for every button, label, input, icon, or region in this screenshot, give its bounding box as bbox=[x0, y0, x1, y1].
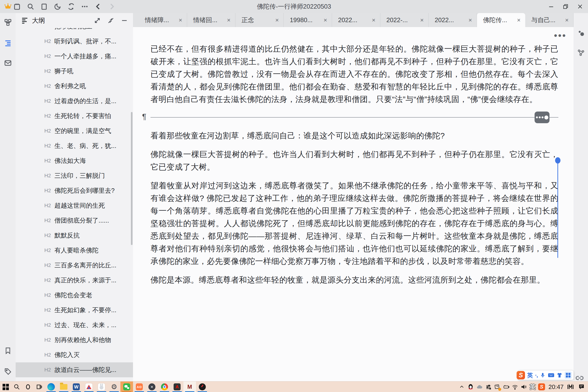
collapse-icon[interactable] bbox=[107, 17, 114, 24]
tab-close-icon[interactable]: × bbox=[226, 16, 232, 24]
taskbar-clock[interactable]: 20:47 bbox=[546, 382, 566, 392]
document-tab[interactable]: 情绪障... × bbox=[139, 13, 187, 27]
taskbar-app-settings[interactable]: ⚙ bbox=[108, 382, 120, 392]
action-center-icon[interactable] bbox=[575, 382, 588, 392]
document-tab[interactable]: 正念 × bbox=[236, 13, 284, 27]
outline-item[interactable]: H2 空的碗里，满是空气 bbox=[16, 124, 133, 138]
ime-mode-icon[interactable] bbox=[566, 382, 575, 392]
outline-item[interactable]: H2 别再依赖他人和他物 bbox=[16, 332, 133, 348]
close-button[interactable] bbox=[576, 2, 585, 11]
outline-item[interactable]: H2 狮子吼 bbox=[16, 64, 133, 79]
tray-expand-icon[interactable] bbox=[457, 382, 466, 392]
taskbar-app-wechat[interactable] bbox=[120, 382, 133, 392]
taskbar-app-gauge[interactable] bbox=[196, 382, 208, 392]
taskbar-app-m[interactable]: M bbox=[184, 382, 196, 392]
taskbar-search-icon[interactable] bbox=[11, 382, 22, 392]
outline-item[interactable]: H2 佛陀入灭 bbox=[16, 348, 133, 362]
paragraph[interactable]: 佛陀就像一棵巨大菩提树的种子。也许当人们看到大树时，他们都再见不到种子，但种子仍… bbox=[150, 148, 558, 173]
paragraph[interactable]: 看着那些牧童在河边割草，缚悉底问自己：谁是这个可以造成如此深远影响的佛陀? bbox=[150, 129, 558, 142]
tray-ime-en[interactable]: 英 bbox=[528, 382, 537, 392]
taskbar-app-acrobat[interactable]: A bbox=[171, 382, 184, 392]
outline-item[interactable]: H2 生、老、病、死，犹... bbox=[16, 138, 133, 153]
outline-item[interactable]: H2 僧团彻底分裂了...... bbox=[16, 213, 133, 228]
dots-cluster-icon[interactable] bbox=[576, 28, 586, 38]
taskbar-app-rabbit[interactable] bbox=[95, 382, 108, 392]
document-tab[interactable]: 19980... × bbox=[284, 13, 332, 27]
taskbar-app-word[interactable]: W bbox=[70, 382, 82, 392]
mic-icon[interactable] bbox=[540, 372, 546, 378]
sidebar-scrollbar[interactable] bbox=[131, 112, 132, 245]
document-tab[interactable]: 情绪回... × bbox=[187, 13, 236, 27]
outline-panel-icon[interactable] bbox=[3, 38, 12, 48]
outline-item[interactable]: H2 三百多名离开的比丘... bbox=[16, 258, 133, 273]
outline-item[interactable]: H2 一个人牵挂越多，痛... bbox=[16, 49, 133, 64]
bookmark-icon[interactable] bbox=[3, 346, 12, 355]
outline-item[interactable]: H2 听到讥讽、批评，不... bbox=[16, 34, 133, 49]
paragraph-gutter-icon[interactable]: ¶ bbox=[142, 112, 146, 121]
outline-item[interactable]: H2 佛陀死后会到哪里去? bbox=[16, 183, 133, 198]
minimize-button[interactable] bbox=[546, 2, 556, 11]
taskbar-app-chrome[interactable] bbox=[158, 382, 171, 392]
outline-item[interactable]: H2 三法印，三解脱门 bbox=[16, 168, 133, 183]
expand-icon[interactable] bbox=[94, 17, 101, 24]
outline-item[interactable]: H2 超越这世间的生死 bbox=[16, 198, 133, 213]
outline-item[interactable]: H2 舍利弗之吼 bbox=[16, 79, 133, 94]
keyboard-icon[interactable] bbox=[548, 372, 554, 378]
document-tab[interactable]: 2022... × bbox=[429, 13, 477, 27]
outline-item[interactable]: H2 佛陀也会变老 bbox=[16, 288, 133, 303]
paragraph[interactable]: 佛陀是本源。缚悉底尊者和这些年轻的牧童，就是源头分支出来的河流。这些河流所到之处… bbox=[150, 274, 558, 286]
tab-close-icon[interactable]: × bbox=[564, 16, 570, 24]
tab-close-icon[interactable]: × bbox=[371, 16, 376, 24]
taskbar-app-dark-circle[interactable]: ✕ bbox=[146, 382, 158, 392]
cortana-icon[interactable] bbox=[22, 382, 34, 392]
restore-button[interactable] bbox=[561, 2, 570, 11]
taskbar-app-triangle[interactable] bbox=[82, 382, 95, 392]
outline-item[interactable]: H2 把珍爱的泥土 bbox=[16, 28, 133, 34]
outline-item[interactable]: H2 真正的快乐，来源于... bbox=[16, 273, 133, 288]
taskbar-app-edge[interactable] bbox=[45, 382, 58, 392]
ime-mode-label[interactable]: 英 bbox=[527, 372, 533, 379]
mail-icon[interactable] bbox=[3, 58, 12, 68]
outline-item[interactable]: H2 过去、现在、未来，... bbox=[16, 318, 133, 332]
task-view-icon[interactable] bbox=[34, 382, 45, 392]
rotation-lock-icon[interactable] bbox=[493, 382, 502, 392]
tab-close-icon[interactable]: × bbox=[323, 16, 328, 24]
tab-close-icon[interactable]: × bbox=[419, 16, 425, 24]
punctuation-toggle-icon[interactable]: ·, bbox=[535, 372, 538, 378]
block-menu-pill[interactable] bbox=[534, 112, 550, 123]
doc-more-icon[interactable]: ••• bbox=[554, 30, 566, 41]
paragraph[interactable]: 已经不在，但有很多精进得道的比丘仍然健在，其中大部分还是年轻的。佛陀就像一棵巨大… bbox=[150, 42, 558, 106]
cloud-icon[interactable] bbox=[475, 382, 484, 392]
start-button[interactable] bbox=[0, 382, 11, 392]
tab-close-icon[interactable]: × bbox=[516, 16, 522, 24]
volume-icon[interactable] bbox=[520, 382, 528, 392]
skin-shirt-icon[interactable] bbox=[556, 372, 562, 378]
tab-close-icon[interactable]: × bbox=[468, 16, 473, 24]
outline-item[interactable]: H2 有人要暗杀佛陀 bbox=[16, 243, 133, 258]
sogou-logo[interactable]: S bbox=[516, 371, 525, 380]
outline-item[interactable]: H2 生死轮转，不要害怕 bbox=[16, 108, 133, 124]
mixer-icon[interactable] bbox=[484, 382, 493, 392]
outline-item[interactable]: H2 默默反抗 bbox=[16, 228, 133, 243]
outline-item[interactable]: H2 佛法如大海 bbox=[16, 153, 133, 168]
wifi-icon[interactable] bbox=[510, 382, 520, 392]
paragraph[interactable]: 望着牧童从对岸过河到这边来，缚悉底尊者微笑了。如果他不继承佛陀的任务，给小童带来… bbox=[150, 179, 558, 268]
document-tab[interactable]: 2022-... × bbox=[380, 13, 429, 27]
toolbox-grid-icon[interactable] bbox=[565, 372, 572, 379]
tab-close-icon[interactable]: × bbox=[274, 16, 280, 24]
tag-icon[interactable] bbox=[3, 366, 12, 376]
taskbar-app-reading[interactable]: AO bbox=[133, 382, 146, 392]
outline-item[interactable]: H2 过着虚伪的生活，是... bbox=[16, 94, 133, 108]
scroll-marker-dot[interactable] bbox=[555, 157, 560, 164]
qq-icon[interactable] bbox=[466, 382, 475, 392]
graph-icon[interactable] bbox=[576, 48, 586, 58]
flowchart-icon[interactable] bbox=[3, 18, 12, 27]
tray-sogou-icon[interactable]: S bbox=[537, 382, 546, 392]
battery-icon[interactable] bbox=[502, 382, 510, 392]
editor[interactable]: ••• 已经不在，但有很多精进得道的比丘仍然健在，其中大部分还是年轻的。佛陀就像… bbox=[133, 27, 574, 381]
document-tab[interactable]: 与自己... × bbox=[525, 13, 574, 27]
outline-item[interactable]: H2 故道白云——佛陀见... bbox=[16, 362, 133, 377]
taskbar-app-file-explorer[interactable] bbox=[58, 382, 70, 392]
document-tab[interactable]: 佛陀传... × bbox=[477, 13, 525, 27]
tab-close-icon[interactable]: × bbox=[178, 16, 183, 24]
